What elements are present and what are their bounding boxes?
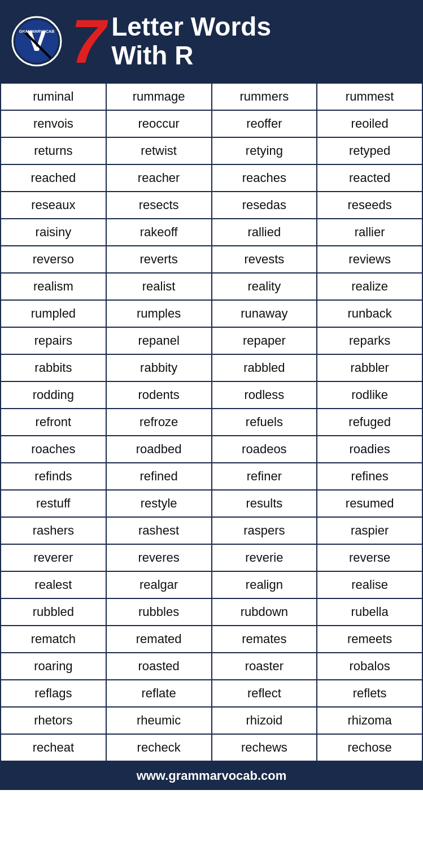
footer-url: www.grammarvocab.com xyxy=(137,769,287,783)
word-cell: reoiled xyxy=(317,110,422,137)
word-cell: renvois xyxy=(1,110,106,137)
word-cell: roadbed xyxy=(106,436,212,463)
word-cell: roaches xyxy=(1,436,106,463)
table-row: reachedreacherreachesreacted xyxy=(1,164,422,192)
word-cell: realgar xyxy=(106,571,212,598)
word-cell: rodless xyxy=(212,381,317,409)
table-row: rumpledrumplesrunawayrunback xyxy=(1,300,422,327)
word-cell: returns xyxy=(1,137,106,164)
word-cell: realise xyxy=(317,571,422,598)
word-cell: rashest xyxy=(106,517,212,544)
word-cell: reflect xyxy=(212,680,317,707)
title-line1: Letter Words xyxy=(111,12,271,41)
word-cell: restuff xyxy=(1,490,106,517)
word-cell: refinds xyxy=(1,463,106,490)
word-cell: reaches xyxy=(212,164,317,192)
word-cell: reflags xyxy=(1,680,106,707)
word-cell: reparks xyxy=(317,327,422,354)
word-cell: ruminal xyxy=(1,83,106,110)
word-cell: resects xyxy=(106,192,212,219)
word-cell: reacted xyxy=(317,164,422,192)
word-cell: rummage xyxy=(106,83,212,110)
word-cell: realize xyxy=(317,273,422,300)
svg-text:GRAMMARVOCAB: GRAMMARVOCAB xyxy=(19,29,54,33)
word-cell: reoccur xyxy=(106,110,212,137)
table-row: realestrealgarrealignrealise xyxy=(1,571,422,598)
table-row: rubbledrubblesrubdownrubella xyxy=(1,598,422,626)
table-row: rhetorsrheumicrhizoidrhizoma xyxy=(1,707,422,734)
footer: www.grammarvocab.com xyxy=(0,762,423,790)
word-cell: rumpled xyxy=(1,300,106,327)
word-cell: rummest xyxy=(317,83,422,110)
word-cell: roasted xyxy=(106,653,212,680)
table-row: reversorevertsrevestsreviews xyxy=(1,246,422,273)
table-row: rematchrematedrematesremeets xyxy=(1,626,422,653)
word-table: ruminalrummagerummersrummestrenvoisreocc… xyxy=(0,83,423,762)
word-cell: rabbity xyxy=(106,354,212,381)
word-cell: reverie xyxy=(212,544,317,571)
word-cell: raspier xyxy=(317,517,422,544)
word-cell: recheck xyxy=(106,734,212,761)
word-cell: remated xyxy=(106,626,212,653)
table-row: reflagsreflatereflectreflets xyxy=(1,680,422,707)
word-cell: reverse xyxy=(317,544,422,571)
title-text: Letter Words With R xyxy=(111,12,271,70)
word-cell: reseaux xyxy=(1,192,106,219)
word-cell: reflets xyxy=(317,680,422,707)
word-cell: rubdown xyxy=(212,598,317,626)
word-cell: rhizoid xyxy=(212,707,317,734)
table-row: rabbitsrabbityrabbledrabbler xyxy=(1,354,422,381)
table-row: renvoisreoccurreofferreoiled xyxy=(1,110,422,137)
word-cell: rhizoma xyxy=(317,707,422,734)
word-cell: reseeds xyxy=(317,192,422,219)
word-cell: realest xyxy=(1,571,106,598)
table-row: raisinyrakeoffralliedrallier xyxy=(1,219,422,246)
word-cell: rubella xyxy=(317,598,422,626)
word-cell: rheumic xyxy=(106,707,212,734)
title-line2: With R xyxy=(111,41,193,70)
word-cell: robalos xyxy=(317,653,422,680)
table-row: reseauxresectsresedasreseeds xyxy=(1,192,422,219)
table-row: returnsretwistretyingretyped xyxy=(1,137,422,164)
word-cell: rumples xyxy=(106,300,212,327)
word-cell: rodding xyxy=(1,381,106,409)
word-cell: reverer xyxy=(1,544,106,571)
word-cell: runaway xyxy=(212,300,317,327)
word-cell: reached xyxy=(1,164,106,192)
word-cell: rodents xyxy=(106,381,212,409)
word-cell: refuged xyxy=(317,409,422,436)
word-cell: reverts xyxy=(106,246,212,273)
word-cell: rhetors xyxy=(1,707,106,734)
word-cell: rodlike xyxy=(317,381,422,409)
word-cell: repanel xyxy=(106,327,212,354)
table-row: refrontrefrozerefuelsrefuged xyxy=(1,409,422,436)
word-cell: roaring xyxy=(1,653,106,680)
word-cell: roadeos xyxy=(212,436,317,463)
table-row: refindsrefinedrefinerrefines xyxy=(1,463,422,490)
word-cell: rashers xyxy=(1,517,106,544)
word-cell: realism xyxy=(1,273,106,300)
word-cell: rabbler xyxy=(317,354,422,381)
word-cell: rallied xyxy=(212,219,317,246)
word-cell: refines xyxy=(317,463,422,490)
word-cell: reflate xyxy=(106,680,212,707)
word-cell: reoffer xyxy=(212,110,317,137)
table-row: revererreveresreveriereverse xyxy=(1,544,422,571)
word-cell: rabbled xyxy=(212,354,317,381)
word-cell: rubbles xyxy=(106,598,212,626)
table-row: realismrealistrealityrealize xyxy=(1,273,422,300)
word-cell: revests xyxy=(212,246,317,273)
table-row: roaringroastedroasterrobalos xyxy=(1,653,422,680)
word-cell: rummers xyxy=(212,83,317,110)
word-cell: reacher xyxy=(106,164,212,192)
word-cell: repaper xyxy=(212,327,317,354)
table-row: rashersrashestraspersraspier xyxy=(1,517,422,544)
word-cell: rabbits xyxy=(1,354,106,381)
logo: V GRAMMARVOCAB xyxy=(11,16,62,67)
table-row: repairsrepanelrepaperreparks xyxy=(1,327,422,354)
word-cell: refroze xyxy=(106,409,212,436)
word-cell: remates xyxy=(212,626,317,653)
word-cell: reveres xyxy=(106,544,212,571)
table-row: ruminalrummagerummersrummest xyxy=(1,83,422,110)
word-cell: refined xyxy=(106,463,212,490)
